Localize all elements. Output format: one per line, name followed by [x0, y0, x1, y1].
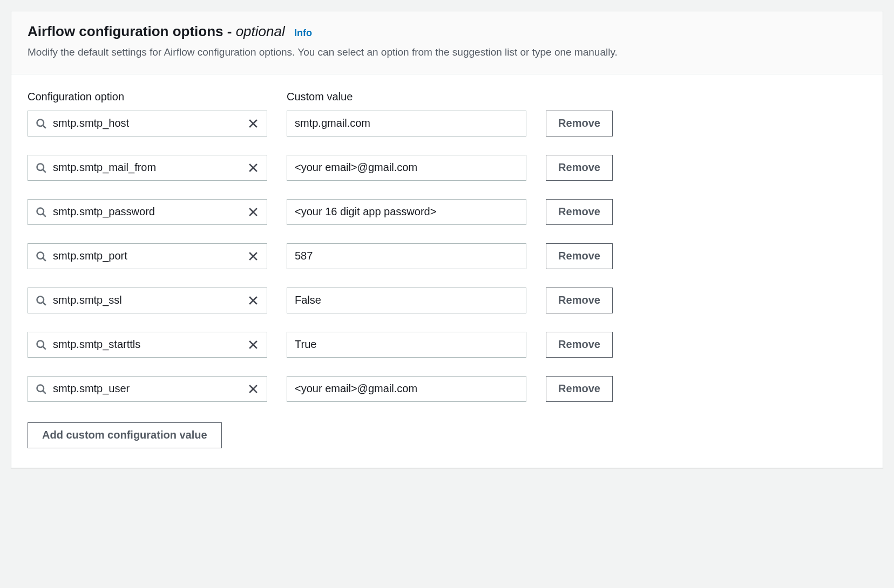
- custom-value-field[interactable]: [287, 288, 526, 313]
- custom-value-input[interactable]: [287, 288, 526, 313]
- config-option-input[interactable]: [46, 250, 243, 262]
- custom-value-field[interactable]: [287, 243, 526, 269]
- clear-icon[interactable]: [247, 206, 259, 218]
- config-row: Remove: [28, 288, 866, 313]
- custom-value-field[interactable]: [287, 332, 526, 358]
- config-option-field[interactable]: [28, 332, 267, 358]
- config-option-input[interactable]: [46, 294, 243, 306]
- svg-point-0: [37, 119, 44, 126]
- custom-value-input[interactable]: [287, 155, 526, 180]
- title-main: Airflow configuration options: [28, 23, 223, 39]
- config-option-input[interactable]: [46, 382, 243, 395]
- custom-value-field[interactable]: [287, 155, 526, 181]
- svg-line-1: [43, 125, 46, 128]
- config-option-field[interactable]: [28, 288, 267, 313]
- panel-body: Configuration option Custom value Remove…: [11, 74, 883, 468]
- custom-value-input[interactable]: [287, 111, 526, 136]
- search-icon: [36, 295, 46, 306]
- config-row: Remove: [28, 376, 866, 402]
- custom-value-field[interactable]: [287, 376, 526, 402]
- custom-value-input[interactable]: [287, 200, 526, 224]
- search-icon: [36, 384, 46, 394]
- svg-point-20: [37, 340, 44, 347]
- clear-icon[interactable]: [247, 118, 259, 129]
- search-icon: [36, 339, 46, 350]
- svg-line-17: [43, 302, 46, 305]
- column-header-option: Configuration option: [28, 91, 287, 103]
- svg-line-9: [43, 214, 46, 216]
- config-option-field[interactable]: [28, 243, 267, 269]
- clear-icon[interactable]: [247, 295, 259, 306]
- remove-button[interactable]: Remove: [546, 332, 613, 358]
- svg-point-12: [37, 252, 44, 259]
- columns-header: Configuration option Custom value: [28, 91, 866, 103]
- config-option-field[interactable]: [28, 155, 267, 181]
- config-option-field[interactable]: [28, 376, 267, 402]
- custom-value-input[interactable]: [287, 332, 526, 357]
- svg-line-5: [43, 169, 46, 172]
- search-icon: [36, 207, 46, 217]
- remove-button[interactable]: Remove: [546, 199, 613, 225]
- config-panel: Airflow configuration options - optional…: [11, 11, 883, 468]
- info-link[interactable]: Info: [294, 28, 312, 38]
- search-icon: [36, 251, 46, 262]
- config-row: Remove: [28, 155, 866, 181]
- config-option-input[interactable]: [46, 117, 243, 129]
- svg-line-13: [43, 258, 46, 261]
- clear-icon[interactable]: [247, 339, 259, 351]
- custom-value-field[interactable]: [287, 199, 526, 225]
- remove-button[interactable]: Remove: [546, 243, 613, 269]
- svg-point-8: [37, 208, 44, 215]
- custom-value-field[interactable]: [287, 111, 526, 136]
- custom-value-input[interactable]: [287, 377, 526, 401]
- config-option-input[interactable]: [46, 206, 243, 218]
- panel-description: Modify the default settings for Airflow …: [28, 45, 866, 60]
- clear-icon[interactable]: [247, 383, 259, 395]
- column-header-value: Custom value: [287, 91, 866, 103]
- config-row: Remove: [28, 111, 866, 136]
- panel-header: Airflow configuration options - optional…: [11, 11, 883, 74]
- search-icon: [36, 118, 46, 129]
- config-option-field[interactable]: [28, 111, 267, 136]
- title-optional: optional: [236, 23, 285, 39]
- clear-icon[interactable]: [247, 162, 259, 174]
- config-row: Remove: [28, 243, 866, 269]
- config-option-input[interactable]: [46, 161, 243, 174]
- svg-line-25: [43, 391, 46, 393]
- svg-point-24: [37, 385, 44, 392]
- config-option-field[interactable]: [28, 199, 267, 225]
- config-row: Remove: [28, 332, 866, 358]
- svg-point-16: [37, 296, 44, 303]
- remove-button[interactable]: Remove: [546, 376, 613, 402]
- panel-title: Airflow configuration options - optional: [28, 23, 289, 39]
- title-sep: -: [223, 23, 236, 39]
- config-row: Remove: [28, 199, 866, 225]
- custom-value-input[interactable]: [287, 244, 526, 269]
- clear-icon[interactable]: [247, 250, 259, 262]
- search-icon: [36, 162, 46, 173]
- remove-button[interactable]: Remove: [546, 111, 613, 136]
- svg-point-4: [37, 163, 44, 170]
- remove-button[interactable]: Remove: [546, 288, 613, 313]
- rows-container: RemoveRemoveRemoveRemoveRemoveRemoveRemo…: [28, 111, 866, 402]
- add-config-button[interactable]: Add custom configuration value: [28, 422, 222, 448]
- svg-line-21: [43, 346, 46, 349]
- remove-button[interactable]: Remove: [546, 155, 613, 181]
- config-option-input[interactable]: [46, 338, 243, 351]
